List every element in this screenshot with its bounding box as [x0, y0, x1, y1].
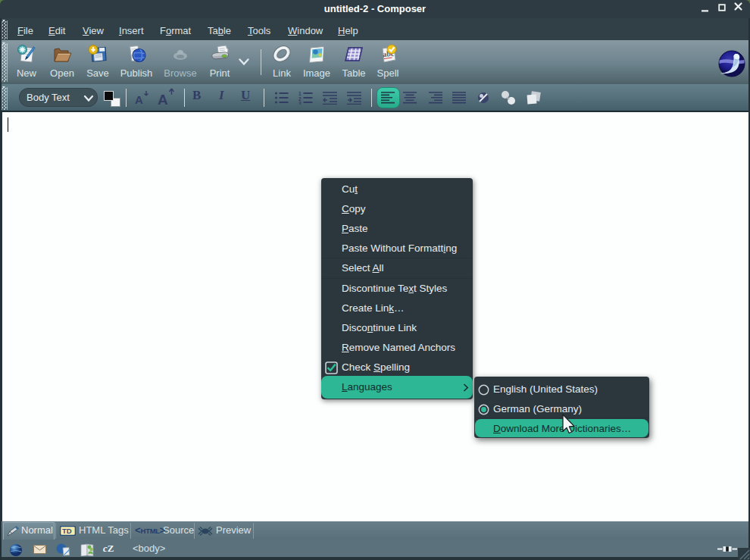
svg-text:3: 3 — [298, 101, 302, 105]
svg-text:A: A — [158, 92, 168, 107]
svg-text:TD: TD — [62, 527, 72, 535]
svg-text:A: A — [135, 93, 143, 106]
